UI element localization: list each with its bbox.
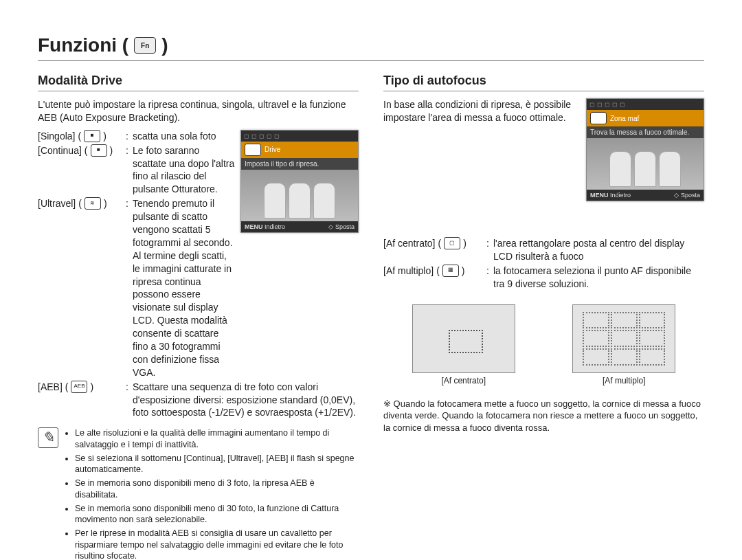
af-zone-icon: ▢ (590, 112, 607, 124)
singola-desc: scatta una sola foto (133, 130, 235, 143)
camera-fn-icon: Fn (134, 37, 156, 54)
left-column: Modalità Drive L'utente può impostare la… (38, 74, 359, 560)
note-item: Per le riprese in modalità AEB si consig… (75, 528, 359, 560)
af-back: Indietro (610, 192, 631, 199)
continua-term: [Continua] (38, 144, 82, 157)
drive-icon: ■ (245, 144, 261, 156)
af-multi-icon: ▦ (442, 265, 459, 277)
note-item: Le alte risoluzioni e la qualità delle i… (75, 427, 359, 450)
drive-menu-label: Drive (265, 146, 280, 153)
af-center-diagram (412, 304, 515, 373)
af-move: Sposta (681, 192, 700, 199)
af-menu-label: Zona maf (610, 115, 639, 122)
drive-intro: L'utente può impostare la ripresa contin… (38, 98, 359, 124)
drive-move: Sposta (335, 223, 355, 230)
af-multi-term: [Af multiplo] (383, 265, 434, 278)
drive-menu-sub: Imposta il tipo di ripresa. (245, 160, 319, 168)
note-item: Se si seleziona il sottomenu [Continua],… (75, 453, 359, 475)
af-center-term: [Af centrato] (383, 237, 435, 250)
af-screenshot: ◻◻◻◻◻ ▢ Zona maf Trova la messa a fuoco … (586, 98, 704, 201)
right-column: Tipo di autofocus ◻◻◻◻◻ ▢ Zona maf Trova… (383, 74, 704, 560)
aeb-desc: Scattare una sequenza di tre foto con va… (133, 381, 359, 420)
af-menu-sub: Trova la messa a fuoco ottimale. (590, 128, 689, 136)
af-center-icon: ▢ (444, 237, 460, 249)
singola-term: [Singola] (38, 130, 75, 143)
af-center-caption: [Af centrato] (412, 376, 515, 385)
af-footnote: ※ Quando la fotocamera mette a fuoco un … (383, 398, 704, 434)
note-item: Se in memoria sono disponibili meno di 3… (75, 503, 359, 526)
note-item: Se in memoria sono disponibili meno di 3… (75, 478, 359, 500)
manual-page: Funzioni ( Fn ) Modalità Drive L'utente … (0, 0, 742, 560)
af-multi-caption: [Af multiplo] (572, 376, 675, 385)
af-center-desc: l'area rettangolare posta al centro del … (493, 237, 704, 263)
ultravel-desc: Tenendo premuto il pulsante di scatto ve… (133, 197, 235, 379)
continua-desc: Le foto saranno scattate una dopo l'altr… (133, 144, 235, 197)
page-title-close: ) (161, 34, 168, 56)
af-multi-desc: la fotocamera seleziona il punto AF disp… (493, 265, 704, 291)
af-multi-diagram (572, 304, 675, 373)
ultravel-icon: ≋ (85, 197, 101, 210)
ultravel-term: [Ultravel] (38, 197, 76, 210)
drive-notes: ✎ Le alte risoluzioni e la qualità delle… (38, 427, 359, 560)
note-icon: ✎ (38, 427, 58, 448)
page-title-text: Funzioni ( (38, 34, 128, 56)
continuous-icon: ■ (91, 144, 107, 157)
aeb-term: [AEB] (38, 381, 63, 394)
single-icon: ■ (84, 130, 100, 142)
drive-back: Indietro (265, 223, 285, 230)
drive-screenshot: ◻◻◻◻◻ ■ Drive Imposta il tipo di ripresa… (240, 130, 359, 233)
drive-heading: Modalità Drive (38, 74, 359, 91)
page-title-row: Funzioni ( Fn ) (38, 34, 704, 61)
af-heading: Tipo di autofocus (383, 74, 704, 91)
aeb-icon: AEB (71, 381, 87, 393)
